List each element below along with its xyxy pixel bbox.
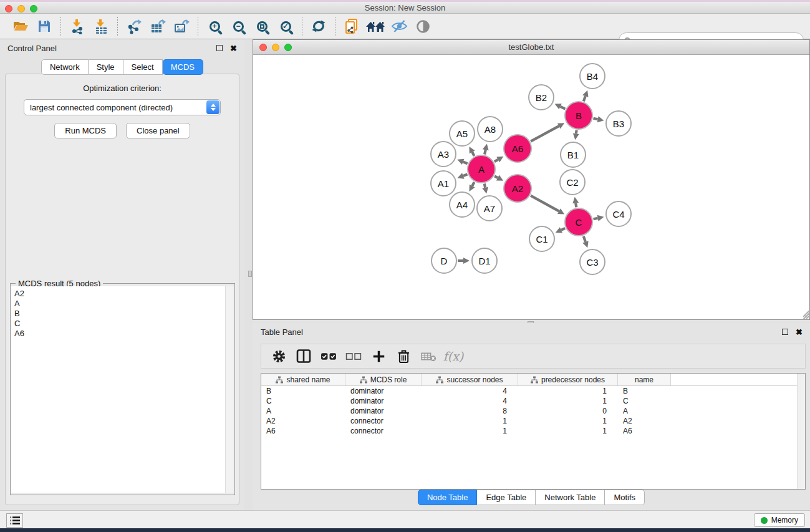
network-maximize-button[interactable] [284, 44, 292, 51]
tab-network[interactable]: Network [41, 59, 89, 75]
tab-motifs[interactable]: Motifs [605, 490, 645, 505]
table-float-panel-icon[interactable] [782, 329, 788, 335]
hide-details-icon[interactable] [388, 16, 410, 36]
table-cell[interactable]: connector [345, 426, 422, 436]
tab-mcds[interactable]: MCDS [163, 59, 203, 75]
zoom-selected-icon[interactable]: ✓ [275, 16, 296, 36]
edge-B-B3[interactable] [594, 118, 598, 119]
import-table-icon[interactable] [90, 16, 112, 36]
table-cell[interactable]: A2 [618, 416, 671, 426]
main-titlebar[interactable]: Session: New Session [0, 2, 810, 14]
table-cell[interactable]: A2 [261, 416, 345, 426]
run-mcds-button[interactable]: Run MCDS [54, 123, 117, 138]
node-B2[interactable]: B2 [528, 84, 554, 110]
node-B1[interactable]: B1 [560, 142, 586, 168]
node-A8[interactable]: A8 [477, 116, 503, 142]
edge-A-A4[interactable] [472, 182, 474, 186]
column-header-shared-name[interactable]: shared name [261, 374, 345, 385]
column-header-name[interactable]: name [618, 374, 671, 385]
network-minimize-button[interactable] [272, 44, 279, 51]
tab-select[interactable]: Select [123, 59, 163, 75]
edge-A-A5[interactable] [472, 152, 474, 156]
table-cell[interactable]: A6 [618, 426, 671, 436]
save-session-icon[interactable] [34, 16, 55, 36]
tab-node-table[interactable]: Node Table [418, 490, 478, 505]
table-close-panel-icon[interactable]: ✖ [796, 328, 803, 336]
table-cell[interactable]: A [261, 406, 345, 416]
select-all-icon[interactable] [317, 346, 340, 366]
table-cell[interactable]: A [618, 406, 671, 416]
zoom-out-icon[interactable]: − [228, 16, 249, 36]
table-cell[interactable]: C [261, 396, 345, 406]
node-C2[interactable]: C2 [559, 169, 586, 195]
network-close-button[interactable] [259, 44, 267, 51]
node-D1[interactable]: D1 [471, 248, 498, 274]
result-item[interactable]: B [14, 309, 226, 319]
result-item[interactable]: C [14, 319, 226, 329]
zoom-fit-icon[interactable] [251, 16, 272, 36]
node-A3[interactable]: A3 [430, 141, 456, 167]
edge-A-A1[interactable] [463, 174, 468, 176]
table-cell[interactable]: 1 [518, 416, 618, 426]
open-file-icon[interactable] [10, 16, 31, 36]
resize-grip-icon[interactable] [801, 311, 809, 319]
deselect-all-icon[interactable] [342, 346, 365, 366]
table-cell[interactable]: 4 [422, 386, 518, 396]
column-header-predecessor-nodes[interactable]: predecessor nodes [518, 374, 618, 385]
table-cell[interactable]: 1 [422, 426, 518, 436]
table-row[interactable]: Bdominator41B [261, 386, 805, 396]
edge-C-C4[interactable] [594, 218, 598, 219]
splitter-handle-left[interactable] [248, 271, 252, 277]
settings-gear-icon[interactable] [268, 346, 290, 366]
table-cell[interactable]: A6 [261, 426, 345, 436]
tab-edge-table[interactable]: Edge Table [477, 490, 536, 505]
delete-column-icon[interactable] [417, 346, 440, 366]
table-cell[interactable]: 1 [518, 426, 618, 436]
mcds-result-scrollbar[interactable] [225, 286, 234, 493]
node-B3[interactable]: B3 [605, 110, 632, 137]
node-C[interactable]: C [564, 208, 593, 236]
node-A2[interactable]: A2 [503, 174, 532, 203]
node-C3[interactable]: C3 [579, 249, 605, 275]
edge-A-A2[interactable] [494, 176, 498, 178]
network-window-titlebar[interactable]: testGlobe.txt [253, 40, 809, 55]
delete-row-icon[interactable] [392, 346, 415, 366]
node-A[interactable]: A [467, 155, 496, 183]
table-cell[interactable]: B [618, 386, 671, 396]
edge-C-C2[interactable] [576, 203, 576, 208]
task-history-button[interactable] [6, 513, 23, 528]
export-image-icon[interactable] [171, 16, 192, 36]
table-cell[interactable]: 0 [518, 406, 618, 416]
table-cell[interactable]: dominator [345, 396, 422, 406]
table-scrollbar[interactable] [797, 374, 805, 489]
table-cell[interactable]: 8 [422, 406, 518, 416]
table-row[interactable]: Adominator80A [261, 406, 805, 416]
table-cell[interactable]: 1 [422, 416, 518, 426]
table-cell[interactable]: B [261, 386, 345, 396]
tab-network-table[interactable]: Network Table [536, 490, 605, 505]
edge-B-B1[interactable] [576, 130, 577, 134]
node-A5[interactable]: A5 [449, 120, 475, 147]
show-details-icon[interactable] [412, 16, 433, 36]
close-panel-button[interactable]: Close panel [126, 123, 190, 138]
column-header-MCDS-role[interactable]: MCDS role [345, 374, 422, 385]
export-network-icon[interactable] [123, 16, 145, 36]
optimization-criterion-dropdown[interactable]: largest connected component (directed) [24, 99, 221, 115]
add-column-icon[interactable] [367, 346, 390, 366]
import-network-icon[interactable] [67, 16, 88, 36]
tab-style[interactable]: Style [89, 59, 123, 75]
edge-A6-B[interactable] [531, 126, 559, 141]
table-cell[interactable]: 1 [518, 396, 618, 406]
mcds-result-list[interactable]: A2ABCA6 [11, 286, 226, 493]
node-A1[interactable]: A1 [430, 170, 456, 196]
edge-A-A7[interactable] [485, 184, 485, 188]
float-panel-icon[interactable] [216, 45, 223, 51]
node-B[interactable]: B [564, 101, 593, 130]
split-pane-icon[interactable] [292, 346, 315, 366]
table-cell[interactable]: connector [345, 416, 422, 426]
result-item[interactable]: A2 [14, 289, 226, 299]
edge-C-C1[interactable] [561, 228, 565, 230]
close-panel-icon[interactable]: ✖ [230, 44, 237, 52]
table-cell[interactable]: C [618, 396, 671, 406]
minimize-window-button[interactable] [17, 5, 25, 12]
